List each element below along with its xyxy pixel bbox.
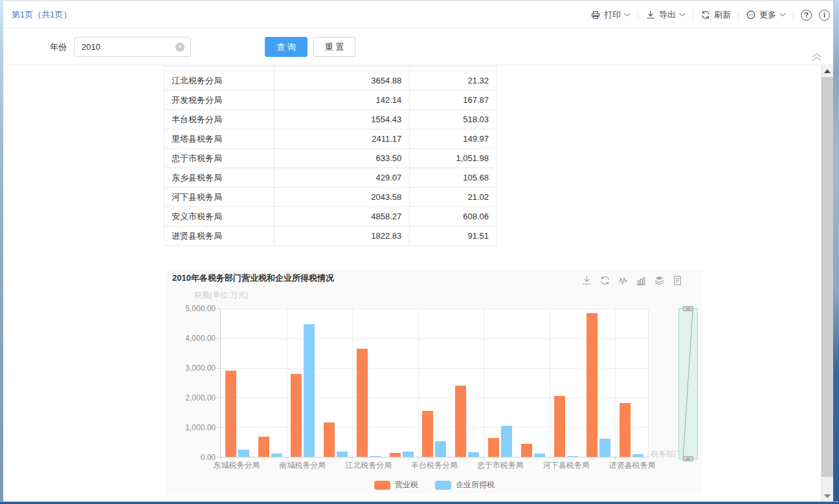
bar-business-tax[interactable] (620, 403, 631, 457)
bar-corporate-income-tax[interactable] (304, 324, 315, 457)
bar-corporate-income-tax[interactable] (599, 439, 610, 457)
collapse-panel-icon[interactable] (811, 52, 823, 61)
bar-business-tax[interactable] (488, 438, 499, 457)
table-cell-value: 2043.58 (274, 188, 410, 207)
plot-area (220, 309, 649, 457)
bar-corporate-income-tax[interactable] (337, 452, 348, 457)
refresh-button[interactable]: 刷新 (700, 9, 731, 21)
x-axis-label: 南城税务分局 (279, 460, 326, 471)
chart-download-icon[interactable] (581, 275, 592, 286)
y-axis-name: 税额(单位:万元) (194, 290, 248, 301)
bar-business-tax[interactable] (521, 444, 532, 457)
table-row: 忠于市税务局633.501,051.98 (164, 149, 497, 168)
bar-business-tax[interactable] (291, 374, 302, 457)
y-axis: 5,000.004,000.003,000.002,000.001,000.00… (166, 309, 216, 457)
bar-business-tax[interactable] (455, 386, 466, 457)
table-row: 进贤县税务局1822.8391.51 (164, 226, 497, 246)
x-axis-tick (287, 457, 287, 459)
table-cell-value: 4858.27 (274, 207, 410, 226)
bar-group (615, 309, 648, 457)
bar-business-tax[interactable] (554, 396, 565, 457)
chart-line-view-icon[interactable] (618, 275, 629, 286)
year-input[interactable] (74, 37, 191, 57)
chart-layers-icon[interactable] (654, 275, 665, 286)
y-axis-tick (217, 338, 220, 339)
bar-business-tax[interactable] (390, 453, 401, 457)
table-cell-bureau: 东乡县税务局 (164, 168, 274, 188)
bar-group (352, 309, 385, 457)
app-window: 第1页（共1页） 打印 导出 (0, 0, 839, 504)
scrollbar-thumb[interactable] (822, 77, 833, 477)
table-cell-value: 21.02 (410, 188, 497, 207)
table-cell-value: 3654.88 (274, 71, 410, 91)
bar-corporate-income-tax[interactable] (403, 452, 414, 457)
bar-corporate-income-tax[interactable] (370, 456, 381, 457)
arrow-down-icon (824, 494, 831, 498)
bar-business-tax[interactable] (258, 437, 269, 457)
table-row: 东乡县税务局429.07105.68 (164, 168, 497, 188)
bar-corporate-income-tax[interactable] (534, 454, 545, 457)
chart-title: 2010年各税务部门营业税和企业所得税情况 (172, 272, 334, 284)
print-button[interactable]: 打印 (590, 9, 631, 21)
x-axis-tick (418, 457, 419, 459)
table-cell-value: 21.32 (410, 71, 497, 91)
bar-corporate-income-tax[interactable] (435, 441, 446, 457)
y-axis-tick-label: 3,000.00 (185, 364, 216, 373)
table-cell-bureau: 河下县税务局 (164, 188, 274, 207)
chart-bar-view-icon[interactable] (636, 275, 647, 286)
printer-icon (590, 10, 601, 20)
chevron-down-icon (679, 13, 686, 17)
bar-corporate-income-tax[interactable] (238, 450, 249, 457)
bar-corporate-income-tax[interactable] (501, 426, 512, 457)
bar-corporate-income-tax[interactable] (271, 454, 282, 457)
info-icon[interactable]: i (819, 10, 830, 21)
more-icon (746, 10, 756, 20)
x-axis-tick (352, 457, 353, 459)
bar-business-tax[interactable] (225, 371, 236, 457)
table-cell-value: 142.14 (274, 91, 410, 110)
chart-toolbar (581, 275, 683, 286)
toolbar-divider (738, 10, 739, 19)
bar-business-tax[interactable] (357, 349, 368, 457)
table-cell-bureau: 里塔县税务局 (164, 129, 274, 149)
legend-item[interactable]: 企业所得税 (435, 479, 495, 490)
more-button[interactable]: 更多 (746, 9, 786, 21)
vertical-scrollbar[interactable] (821, 66, 833, 501)
clear-input-icon[interactable] (175, 43, 185, 52)
table-cell-bureau: 进贤县税务局 (164, 226, 274, 246)
table-cell-bureau: 丰台税务分局 (164, 110, 274, 129)
bar-business-tax[interactable] (422, 411, 433, 457)
x-axis-tick (221, 457, 221, 459)
table-cell-bureau: 忠于市税务局 (164, 149, 274, 168)
bar-corporate-income-tax[interactable] (632, 454, 643, 457)
y-axis-tick-label: 5,000.00 (185, 304, 216, 313)
scroll-up-button[interactable] (822, 66, 833, 77)
table-cell-value: 149.97 (410, 129, 497, 149)
bar-corporate-income-tax[interactable] (468, 452, 479, 457)
export-button[interactable]: 导出 (645, 9, 686, 21)
y-axis-tick (217, 457, 220, 457)
report-table: 江北税务分局3654.8821.32开发税务分局142.14167.87丰台税务… (164, 66, 497, 246)
window-border-bottom (0, 501, 839, 504)
help-icon[interactable]: ? (801, 10, 812, 21)
data-zoom-slider[interactable] (678, 308, 698, 459)
print-label: 打印 (604, 9, 621, 21)
reset-button[interactable]: 重 置 (313, 37, 355, 57)
bar-corporate-income-tax[interactable] (567, 456, 578, 457)
search-button[interactable]: 查 询 (265, 37, 308, 57)
table-cell-value: 105.68 (410, 168, 497, 188)
legend-item[interactable]: 营业税 (374, 479, 418, 490)
table-cell-value: 1822.83 (274, 226, 410, 246)
data-zoom-handle-bottom[interactable] (683, 456, 693, 461)
x-axis-tick (615, 457, 616, 459)
data-zoom-handle-top[interactable] (683, 306, 693, 311)
table-cell-bureau: 安义市税务局 (164, 207, 274, 226)
bar-business-tax[interactable] (587, 313, 598, 457)
table-row: 开发税务分局142.14167.87 (164, 91, 497, 110)
chart-refresh-icon[interactable] (599, 275, 610, 286)
chart-data-view-icon[interactable] (672, 275, 683, 286)
toolbar-divider (793, 10, 794, 19)
bar-business-tax[interactable] (324, 422, 335, 457)
window-border-left (0, 0, 3, 504)
scroll-down-button[interactable] (822, 490, 833, 501)
